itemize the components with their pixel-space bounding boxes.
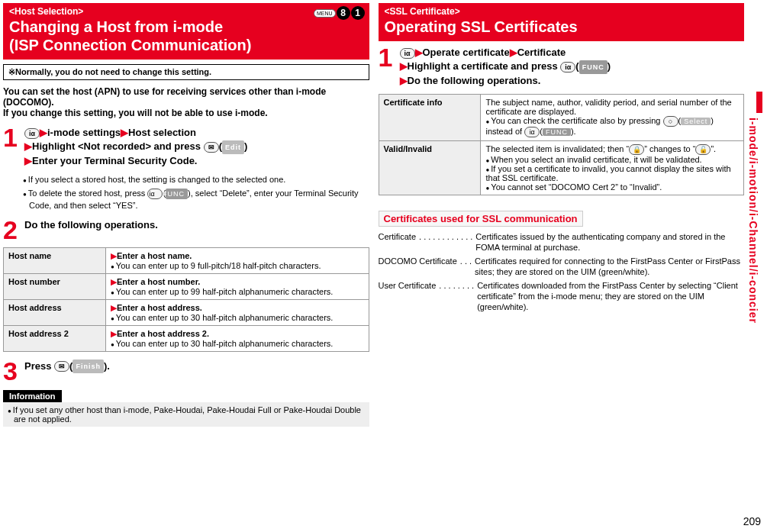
edit-chip: Edit — [222, 140, 244, 154]
cert-table: Certificate info The subject name, autho… — [379, 94, 745, 195]
information-box: If you set any other host than i-mode, P… — [3, 402, 369, 427]
select-chip: Select — [681, 118, 711, 125]
page-number: 209 — [743, 515, 761, 527]
step-3-number: 3 — [3, 360, 20, 382]
left-banner: <Host Selection> Changing a Host from i-… — [3, 3, 369, 60]
right-step-1-number: 1 — [379, 46, 395, 88]
right-banner: <SSL Certificate> Operating SSL Certific… — [379, 3, 745, 41]
invalid-ssl-icon: 🔓 — [695, 144, 711, 155]
right-banner-top: <SSL Certificate> — [385, 6, 739, 17]
step-2: 2 Do the following operations. — [3, 218, 369, 241]
left-banner-title-1: Changing a Host from i-mode — [9, 18, 363, 35]
valid-ssl-icon: 🔒 — [629, 144, 644, 155]
func-chip-3: FUNC — [543, 128, 571, 136]
cert-used-heading: Certificates used for SSL communication — [379, 211, 583, 227]
left-banner-top: <Host Selection> — [9, 6, 363, 17]
side-tab-marker — [756, 92, 762, 113]
table-row: Host address ▶Enter a host address.You c… — [4, 299, 369, 325]
left-banner-title-2: (ISP Connection Communication) — [9, 37, 363, 53]
shortcut-digit-1: 8 — [337, 6, 350, 20]
right-banner-title: Operating SSL Certificates — [385, 18, 739, 35]
table-row: Host name ▶Enter a host name.You can ent… — [4, 247, 369, 273]
table-row: Host number ▶Enter a host number.You can… — [4, 273, 369, 299]
i-alpha-icon-5: iα — [524, 127, 540, 137]
intro-text: You can set the host (APN) to use for re… — [3, 86, 369, 118]
step-2-number: 2 — [3, 218, 20, 241]
def-row: User Certificate. . . . . . . . Certific… — [379, 280, 745, 312]
table-row: Valid/Invalid The selected item is inval… — [379, 140, 744, 195]
side-tab: i-mode/i-motion/i-Channel/i-concier — [747, 92, 762, 324]
mail-icon: ✉ — [204, 142, 219, 153]
circle-icon: ○ — [663, 116, 678, 127]
shortcut-digit-2: 1 — [351, 6, 365, 20]
finish-chip: Finish — [73, 360, 104, 373]
right-step-1: 1 iα▶Operate certificate▶Certificate ▶Hi… — [379, 46, 745, 88]
step-3: 3 Press ✉(Finish). — [3, 360, 369, 382]
def-row: DOCOMO Certificate . . . Certificates re… — [379, 256, 745, 277]
i-alpha-icon-4: iα — [560, 62, 575, 73]
i-alpha-icon-2: iα — [147, 189, 163, 199]
information-heading: Information — [3, 390, 62, 402]
menu-chip: MENU — [314, 9, 336, 18]
table-row: Certificate info The subject name, autho… — [379, 94, 744, 140]
note-box: ※Normally, you do not need to change thi… — [3, 64, 369, 80]
table-row: Host address 2 ▶Enter a host address 2.Y… — [4, 325, 369, 351]
side-tab-label: i-mode/i-motion/i-Channel/i-concier — [747, 118, 759, 324]
i-alpha-icon: iα — [24, 128, 40, 139]
func-chip-2: FUNC — [579, 60, 607, 74]
mail-icon-2: ✉ — [54, 361, 69, 372]
step-1: 1 iα▶i-mode settings▶Host selection ▶Hig… — [3, 126, 369, 168]
i-alpha-icon-3: iα — [400, 48, 415, 59]
step-1-notes: If you select a stored host, the setting… — [23, 174, 369, 211]
step-1-number: 1 — [3, 126, 20, 168]
cert-definitions: Certificate . . . . . . . . . . . . Cert… — [379, 231, 745, 312]
def-row: Certificate . . . . . . . . . . . . Cert… — [379, 231, 745, 253]
host-table: Host name ▶Enter a host name.You can ent… — [3, 247, 369, 352]
func-chip: FUNC — [166, 189, 188, 199]
